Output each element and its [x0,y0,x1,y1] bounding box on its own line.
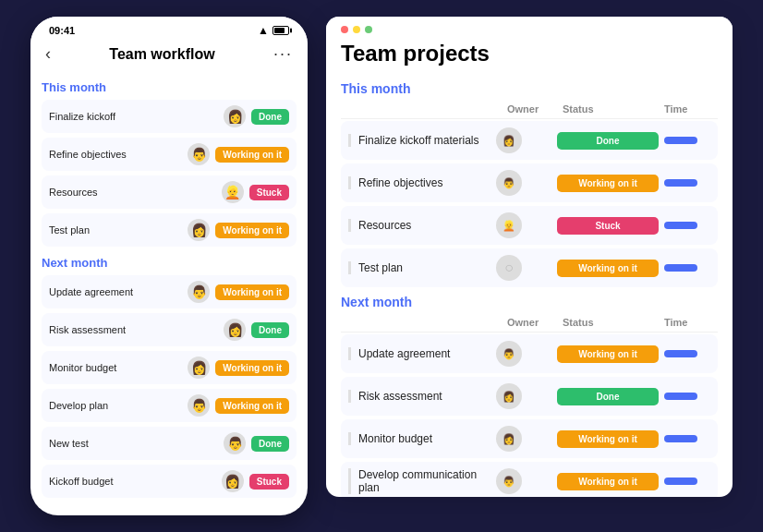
dot-red [341,26,348,33]
mobile-phone: 09:41 ▲ ‹ Team workflow ··· This month F… [30,17,308,515]
status-badge: Done [251,436,289,452]
phone-title: Team workflow [109,46,214,63]
status-badge: Working on it [557,430,659,448]
task-name: Refine objectives [348,176,490,189]
status-badge: Done [251,109,289,125]
list-item: Refine objectives 👨 Working on it [42,138,297,171]
list-item: Finalize kickoff 👩 Done [42,100,297,133]
task-name: Refine objectives [49,149,182,160]
desktop-this-month-tasks: Finalize kickoff materials 👩 Done Refine… [341,121,718,287]
avatar: 👩 [496,127,522,153]
status-badge: Working on it [215,223,289,238]
desktop-next-month-tasks: Update agreement 👨 Working on it Risk as… [341,334,718,497]
task-name: Kickoff budget [49,476,216,487]
list-item: New test 👨 Done [42,427,297,460]
desktop-this-month-header: Owner Status Time [341,100,718,119]
phone-next-month-label: Next month [42,256,297,270]
task-name: Risk assessment [49,324,218,335]
col-time: Time [664,103,710,115]
phone-menu-button[interactable]: ··· [273,44,293,64]
status-time: 09:41 [49,25,75,36]
table-row: Update agreement 👨 Working on it [341,334,718,373]
avatar: 👨 [188,394,210,417]
list-item: Test plan 👩 Working on it [42,213,297,247]
avatar: 👩 [224,319,246,341]
desktop-panel: Team projects This month Owner Status Ti… [326,17,733,497]
avatar: 👨 [496,341,522,367]
timeline-bar [664,137,697,144]
battery-icon [272,26,289,35]
status-badge: Working on it [557,175,659,192]
status-badge: Working on it [215,284,289,300]
col-task2 [348,317,507,328]
col-status: Status [563,103,664,115]
col-task [348,103,507,115]
task-name: Test plan [49,224,182,236]
avatar: 👩 [222,470,244,492]
status-badge: Done [557,388,659,405]
avatar: 👩 [188,357,210,379]
col-owner: Owner [507,103,563,115]
timeline-bar [664,478,697,485]
table-row: Monitor budget 👩 Working on it [341,419,718,458]
phone-this-month-tasks: Finalize kickoff 👩 Done Refine objective… [42,100,297,247]
timeline-bar [664,264,697,272]
phone-header: ‹ Team workflow ··· [30,41,308,71]
avatar: 👨 [188,281,210,303]
avatar: ○ [496,255,522,281]
phone-next-month-tasks: Update agreement 👨 Working on it Risk as… [42,275,297,498]
desktop-this-month-label: This month [341,81,718,96]
col-status2: Status [563,317,664,328]
status-badge: Stuck [249,474,289,490]
window-dots [341,26,718,33]
col-time2: Time [664,317,710,328]
task-name: Resources [49,187,216,198]
table-row: Develop communication plan 👨 Working on … [341,462,718,497]
back-button[interactable]: ‹ [45,44,51,64]
timeline-bar [664,179,697,187]
wifi-icon: ▲ [258,24,269,37]
list-item: Monitor budget 👩 Working on it [42,351,297,384]
avatar: 👱 [222,181,244,203]
avatar: 👩 [496,426,522,452]
avatar: 👨 [224,432,246,454]
timeline-bar [664,222,697,229]
status-icons: ▲ [258,24,289,37]
status-badge: Working on it [215,147,289,163]
task-name: Risk assessment [348,390,490,403]
task-name: Monitor budget [348,432,490,445]
timeline-bar [664,350,697,357]
status-badge: Working on it [557,473,659,490]
status-badge: Working on it [215,360,289,376]
avatar: 👨 [496,468,522,494]
task-name: Test plan [348,261,490,274]
status-bar: 09:41 ▲ [30,17,308,41]
list-item: Risk assessment 👩 Done [42,313,297,346]
status-badge: Done [251,322,289,338]
desktop-content: This month Owner Status Time Finalize ki… [326,74,733,497]
avatar: 👨 [188,143,210,165]
task-name: Monitor budget [49,362,182,373]
phone-this-month-label: This month [42,80,297,94]
timeline-bar [664,435,697,442]
table-row: Risk assessment 👩 Done [341,377,718,416]
task-name: Develop plan [49,400,182,411]
avatar: 👩 [496,383,522,409]
list-item: Kickoff budget 👩 Stuck [42,465,297,498]
task-name: New test [49,438,218,449]
status-badge: Stuck [557,217,659,235]
dot-yellow [353,26,360,33]
task-name: Develop communication plan [348,468,490,494]
status-badge: Done [557,132,659,150]
task-name: Update agreement [348,347,490,360]
task-name: Resources [348,219,490,232]
timeline-bar [664,393,697,400]
list-item: Develop plan 👨 Working on it [42,389,297,422]
table-row: Refine objectives 👨 Working on it [341,163,718,202]
status-badge: Stuck [249,185,289,200]
list-item: Update agreement 👨 Working on it [42,275,297,308]
phone-content: This month Finalize kickoff 👩 Done Refin… [30,71,308,515]
dot-green [365,26,372,33]
main-container: 09:41 ▲ ‹ Team workflow ··· This month F… [21,0,742,532]
table-row: Test plan ○ Working on it [341,248,718,287]
